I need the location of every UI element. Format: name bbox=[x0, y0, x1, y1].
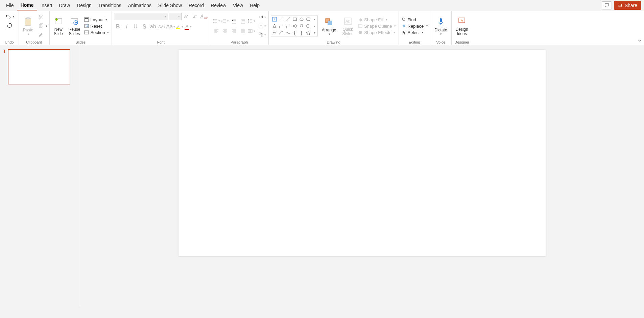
redo-button[interactable] bbox=[5, 21, 14, 29]
shape-line-arrow[interactable] bbox=[285, 16, 291, 23]
slide-canvas[interactable] bbox=[178, 50, 546, 256]
decrease-font-icon: A▾ bbox=[193, 15, 197, 19]
svg-point-17 bbox=[213, 21, 214, 21]
shape-triangle[interactable] bbox=[271, 23, 278, 29]
outline-icon bbox=[358, 24, 363, 28]
svg-rect-10 bbox=[85, 18, 88, 19]
thumbnail-pane[interactable]: 1 bbox=[0, 45, 80, 307]
svg-point-42 bbox=[362, 21, 363, 22]
align-center-icon bbox=[222, 28, 228, 34]
mic-icon bbox=[438, 18, 444, 26]
slide-editor-area[interactable] bbox=[80, 45, 644, 307]
tab-insert[interactable]: Insert bbox=[37, 1, 55, 10]
tab-slide-show[interactable]: Slide Show bbox=[155, 1, 185, 10]
quick-styles-button: Ab Quick Styles bbox=[340, 16, 355, 36]
undo-dropdown[interactable]: ▾ bbox=[13, 15, 15, 18]
svg-point-44 bbox=[359, 31, 362, 34]
shape-elbow[interactable] bbox=[278, 23, 285, 29]
reuse-slides-icon bbox=[70, 17, 79, 26]
undo-button[interactable] bbox=[4, 12, 12, 21]
undo-icon bbox=[5, 14, 11, 20]
svg-line-46 bbox=[405, 20, 406, 22]
indent-icon bbox=[240, 18, 245, 24]
share-icon bbox=[618, 3, 623, 8]
shape-curve[interactable] bbox=[271, 29, 278, 36]
highlight-button: ▾ bbox=[175, 23, 184, 31]
thumbnail-slide-1[interactable] bbox=[8, 49, 70, 84]
tab-design[interactable]: Design bbox=[73, 1, 95, 10]
shape-hexagon[interactable] bbox=[305, 23, 312, 29]
replace-button[interactable]: Replace bbox=[401, 23, 425, 29]
highlight-icon bbox=[175, 24, 181, 29]
shape-block-arrow-down[interactable] bbox=[298, 23, 305, 29]
svg-rect-12 bbox=[85, 31, 89, 34]
tab-review[interactable]: Review bbox=[207, 1, 230, 10]
shape-effects-button: Shape Effects▾ bbox=[357, 30, 396, 35]
collapse-ribbon-button[interactable] bbox=[637, 38, 642, 43]
speech-bubble-icon bbox=[604, 3, 609, 8]
clear-formatting-button: A⌫ bbox=[200, 12, 208, 21]
tab-help[interactable]: Help bbox=[246, 1, 263, 10]
shape-oval[interactable] bbox=[298, 16, 305, 23]
copy-icon bbox=[38, 23, 44, 29]
svg-rect-1 bbox=[27, 18, 30, 19]
shadow-icon: S bbox=[142, 24, 146, 30]
design-ideas-button[interactable]: Design Ideas bbox=[454, 16, 470, 36]
text-shadow-button: S bbox=[140, 23, 148, 31]
shape-elbow-arrow[interactable] bbox=[285, 23, 291, 29]
tab-home[interactable]: Home bbox=[17, 0, 37, 10]
tab-animations[interactable]: Animations bbox=[125, 1, 155, 10]
reuse-slides-button[interactable]: Reuse Slides bbox=[67, 16, 82, 36]
tab-view[interactable]: View bbox=[230, 1, 246, 10]
change-case-button: Aa▾ bbox=[167, 23, 175, 31]
select-button[interactable]: Select▾ bbox=[401, 30, 428, 35]
shape-arc[interactable] bbox=[278, 29, 285, 36]
bullets-icon bbox=[212, 18, 218, 24]
shape-textbox[interactable]: A bbox=[271, 16, 278, 23]
quick-styles-label: Quick Styles bbox=[342, 27, 353, 36]
shape-block-arrow-right[interactable] bbox=[291, 23, 298, 29]
svg-point-19 bbox=[213, 22, 214, 23]
shape-brace-right[interactable]: } bbox=[298, 29, 305, 36]
decrease-indent-button bbox=[230, 17, 238, 25]
thumbnail-item[interactable]: 1 bbox=[3, 49, 76, 84]
text-direction-button: IIA▾ bbox=[258, 13, 266, 21]
reset-button[interactable]: Reset bbox=[84, 23, 109, 29]
smartart-icon bbox=[258, 32, 264, 37]
arrange-button[interactable]: Arrange ▾ bbox=[320, 17, 338, 36]
shape-brace-left[interactable]: { bbox=[291, 29, 298, 36]
shape-rect[interactable] bbox=[291, 16, 298, 23]
svg-rect-43 bbox=[359, 24, 362, 28]
section-button[interactable]: Section▾ bbox=[84, 30, 109, 35]
align-left-icon bbox=[214, 28, 219, 34]
tab-draw[interactable]: Draw bbox=[55, 1, 73, 10]
reset-icon bbox=[84, 24, 89, 28]
find-button[interactable]: Find bbox=[401, 17, 428, 23]
shape-star[interactable] bbox=[305, 29, 312, 36]
shapes-gallery[interactable]: A { } bbox=[271, 16, 312, 36]
shape-outline-button: Shape Outline▾ bbox=[357, 23, 396, 29]
shapes-more[interactable]: ▾ bbox=[312, 29, 317, 36]
replace-dropdown[interactable]: ▾ bbox=[426, 24, 428, 28]
tab-transitions[interactable]: Transitions bbox=[95, 1, 125, 10]
tab-file[interactable]: File bbox=[3, 1, 17, 10]
replace-icon bbox=[402, 24, 406, 28]
new-slide-button[interactable]: New Slide bbox=[52, 16, 65, 36]
comments-button[interactable] bbox=[602, 1, 612, 9]
tab-record[interactable]: Record bbox=[185, 1, 207, 10]
svg-rect-47 bbox=[440, 18, 442, 22]
dictate-button[interactable]: Dictate ▾ bbox=[432, 17, 449, 36]
shape-wave[interactable] bbox=[285, 29, 291, 36]
justify-icon bbox=[240, 28, 245, 34]
layout-button[interactable]: Layout▾ bbox=[84, 17, 109, 23]
shapes-scroll-down[interactable]: ▾ bbox=[312, 23, 317, 29]
reuse-slides-label: Reuse Slides bbox=[69, 27, 80, 36]
group-label-undo: Undo bbox=[2, 39, 17, 44]
paste-label: Paste bbox=[23, 28, 33, 32]
shapes-scroll-up[interactable]: ▴ bbox=[312, 16, 317, 23]
shape-roundrect[interactable] bbox=[305, 16, 312, 23]
align-left-button bbox=[212, 27, 220, 35]
shape-line[interactable] bbox=[278, 16, 285, 23]
share-button[interactable]: Share bbox=[614, 1, 641, 10]
group-label-clipboard: Clipboard bbox=[21, 39, 47, 44]
